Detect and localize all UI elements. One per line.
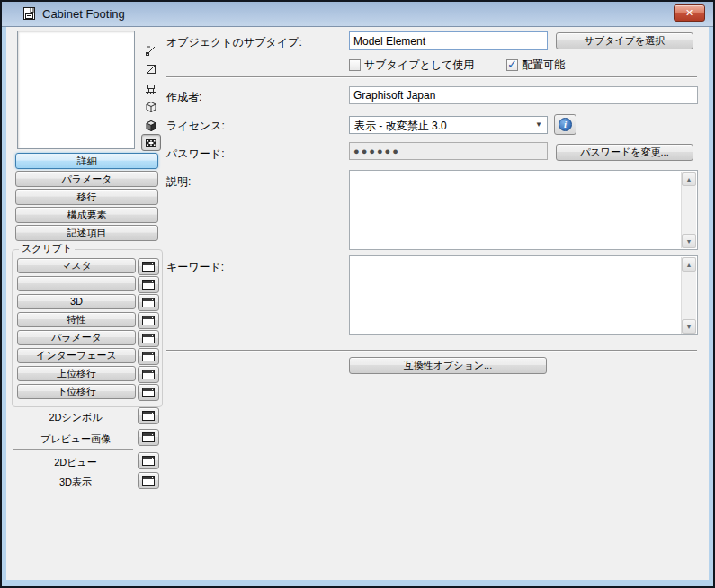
view-window-button-2d-view[interactable]: [138, 452, 159, 469]
window-icon: [142, 370, 155, 379]
keywords-scrollbar[interactable]: ▲ ▼: [681, 257, 696, 334]
nav-button-parameters[interactable]: パラメータ: [15, 171, 158, 187]
window-title: Cabinet Footing: [42, 7, 125, 21]
window-icon: [142, 280, 155, 290]
script-window-button-interface[interactable]: [138, 348, 159, 365]
preview-mode-hatched-square-button[interactable]: [141, 60, 161, 77]
license-label: ライセンス:: [166, 119, 225, 134]
view-window-button-3d-view[interactable]: [138, 472, 159, 489]
author-input[interactable]: [349, 86, 698, 104]
script-button-forward-migration[interactable]: 上位移行: [17, 366, 136, 381]
script-button-parameter[interactable]: パラメータ: [17, 330, 136, 345]
license-dropdown[interactable]: 表示 - 改変禁止 3.0 ▼: [349, 116, 548, 134]
script-button-backward-migration[interactable]: 下位移行: [17, 384, 136, 399]
filmstrip-icon: [145, 137, 157, 149]
window-icon: [142, 388, 155, 397]
checkbox-unchecked[interactable]: [349, 59, 361, 71]
script-window-button-2d[interactable]: [138, 276, 159, 293]
window-icon: [142, 476, 155, 486]
window-icon: [142, 352, 155, 361]
sidebar-separator: [13, 449, 133, 450]
script-window-button-parameter[interactable]: [138, 330, 159, 347]
change-password-button[interactable]: パスワードを変更...: [556, 144, 693, 161]
checkbox-checked[interactable]: [506, 59, 518, 71]
window-icon: [142, 411, 155, 421]
view-window-button-2d-symbol[interactable]: [138, 407, 159, 424]
placeable-checkbox[interactable]: 配置可能: [506, 58, 565, 72]
keywords-label: キーワード:: [166, 260, 224, 275]
script-window-button-forward-migration[interactable]: [138, 366, 159, 383]
window-icon: [142, 432, 155, 442]
wireframe-cube-icon: [145, 101, 157, 113]
view-window-button-preview-picture[interactable]: [138, 429, 159, 446]
password-input[interactable]: ●●●●●●: [349, 142, 548, 160]
object-preview-pane: [17, 31, 135, 149]
view-label-preview-picture: プレビュー画像: [17, 432, 134, 446]
preview-mode-wireframe-3d-button[interactable]: [141, 98, 161, 115]
script-button-interface[interactable]: インターフェース: [17, 348, 136, 363]
info-icon: i: [559, 118, 572, 131]
preview-mode-shaded-3d-button[interactable]: [141, 117, 161, 134]
window-icon: [142, 316, 155, 325]
preview-mode-filmstrip-button[interactable]: [141, 134, 161, 151]
script-window-button-master[interactable]: [138, 258, 159, 275]
window-icon: [142, 334, 155, 343]
symbol-line-icon: [145, 44, 157, 57]
hatched-square-icon: [145, 63, 157, 76]
view-label-2d-symbol: 2Dシンボル: [17, 411, 134, 424]
description-textarea[interactable]: ▲ ▼: [349, 170, 698, 250]
nav-button-components[interactable]: 構成要素: [15, 207, 158, 223]
use-as-subtype-checkbox-label: サブタイプとして使用: [364, 58, 474, 73]
shaded-cube-icon: [145, 120, 157, 132]
chevron-down-icon: ▼: [535, 120, 542, 129]
scroll-up-icon[interactable]: ▲: [682, 257, 696, 272]
front-view-icon: [145, 82, 157, 94]
scroll-up-icon[interactable]: ▲: [682, 172, 696, 186]
use-as-subtype-checkbox[interactable]: サブタイプとして使用: [349, 58, 474, 72]
dialog-cabinet-footing: Cabinet Footing ✕: [0, 0, 715, 588]
window-icon: [142, 298, 155, 307]
author-label: 作成者:: [166, 90, 201, 105]
keywords-textarea[interactable]: ▲ ▼: [349, 255, 698, 335]
preview-mode-symbol-line-button[interactable]: [141, 41, 161, 58]
placeable-checkbox-label: 配置可能: [522, 58, 565, 73]
nav-button-description-items[interactable]: 記述項目: [15, 225, 158, 241]
password-label: パスワード:: [166, 147, 224, 162]
script-group-label: スクリプト: [19, 242, 75, 255]
description-label: 説明:: [166, 174, 191, 190]
script-button-master[interactable]: マスタ: [17, 258, 136, 273]
nav-button-migration[interactable]: 移行: [15, 189, 158, 205]
script-button-3d[interactable]: 3D: [17, 294, 136, 309]
library-part-icon: [22, 6, 37, 21]
window-icon: [142, 262, 155, 272]
close-button[interactable]: ✕: [674, 4, 705, 22]
license-dropdown-value: 表示 - 改変禁止 3.0: [354, 119, 447, 134]
script-window-button-backward-migration[interactable]: [138, 384, 159, 401]
window-icon: [142, 456, 155, 466]
script-button-properties[interactable]: 特性: [17, 312, 136, 327]
script-button-2d[interactable]: [17, 276, 136, 291]
separator: [166, 76, 697, 78]
preview-mode-front-view-button[interactable]: [141, 79, 161, 96]
view-label-2d-view: 2Dビュー: [17, 456, 134, 469]
separator: [166, 350, 697, 352]
description-scrollbar[interactable]: ▲ ▼: [681, 172, 696, 248]
scroll-down-icon[interactable]: ▼: [682, 234, 696, 248]
script-window-button-properties[interactable]: [138, 312, 159, 329]
select-subtype-button[interactable]: サブタイプを選択: [556, 32, 693, 49]
script-window-button-3d[interactable]: [138, 294, 159, 311]
subtype-label: オブジェクトのサブタイプ:: [166, 35, 302, 50]
view-label-3d-view: 3D表示: [17, 476, 134, 489]
license-info-button[interactable]: i: [554, 114, 576, 135]
compatibility-options-button[interactable]: 互換性オプション...: [349, 357, 547, 374]
subtype-input[interactable]: [349, 31, 548, 50]
nav-button-details[interactable]: 詳細: [15, 153, 158, 169]
scroll-down-icon[interactable]: ▼: [682, 319, 696, 334]
